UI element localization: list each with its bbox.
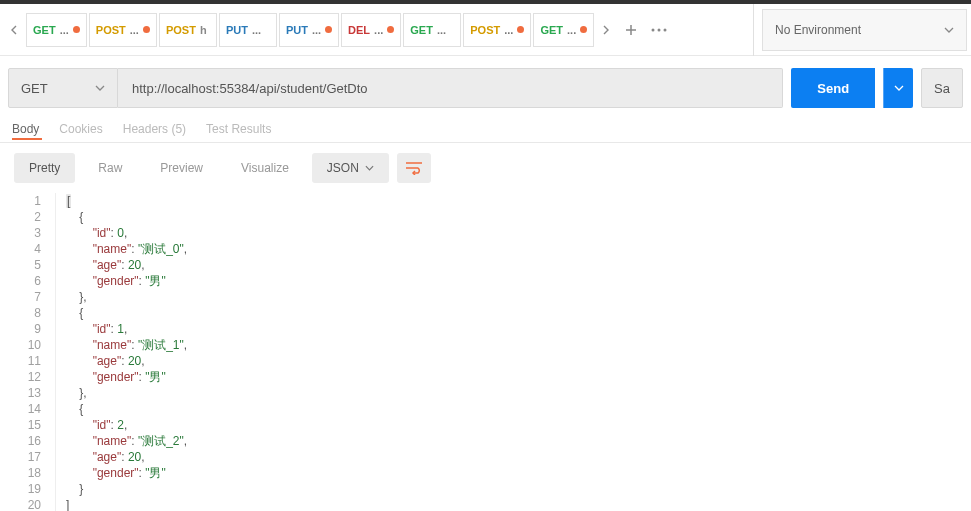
tab-suffix: ...: [567, 24, 576, 36]
environment-region: No Environment: [753, 4, 971, 56]
line-number: 11: [0, 353, 41, 369]
line-number: 16: [0, 433, 41, 449]
request-tab[interactable]: GET...: [533, 13, 594, 47]
sub-tab-body[interactable]: Body: [12, 122, 39, 136]
svg-point-2: [664, 28, 667, 31]
svg-point-0: [652, 28, 655, 31]
sub-tab-test-results[interactable]: Test Results: [206, 122, 271, 136]
code-line: "id": 2,: [66, 417, 187, 433]
active-tab-underline: [12, 138, 42, 140]
code-line: ]: [66, 497, 187, 511]
http-method-value: GET: [21, 81, 48, 96]
tab-suffix: h: [200, 24, 207, 36]
code-line: "gender": "男": [66, 369, 187, 385]
format-select[interactable]: JSON: [312, 153, 389, 183]
code-line: "name": "测试_1",: [66, 337, 187, 353]
tabs-next-arrow[interactable]: [596, 13, 616, 47]
tab-method: PUT: [226, 24, 248, 36]
request-tab[interactable]: POST...: [89, 13, 157, 47]
wrap-icon: [405, 161, 423, 175]
unsaved-dot-icon: [580, 26, 587, 33]
tab-method: GET: [33, 24, 56, 36]
tabs-region: GET...POST...POSThPUT...PUT...DEL...GET.…: [0, 13, 753, 47]
line-number: 8: [0, 305, 41, 321]
code-line: "age": 20,: [66, 353, 187, 369]
line-number: 9: [0, 321, 41, 337]
line-number: 5: [0, 257, 41, 273]
line-number: 6: [0, 273, 41, 289]
code-line: },: [66, 385, 187, 401]
http-method-select[interactable]: GET: [8, 68, 118, 108]
tab-method: GET: [540, 24, 563, 36]
new-tab-button[interactable]: [618, 13, 644, 47]
line-number: 18: [0, 465, 41, 481]
save-button[interactable]: Sa: [921, 68, 963, 108]
code-line: {: [66, 305, 187, 321]
format-value: JSON: [327, 161, 359, 175]
line-number: 19: [0, 481, 41, 497]
unsaved-dot-icon: [143, 26, 150, 33]
response-sub-tabs: Body Cookies Headers (5) Test Results: [0, 120, 971, 138]
chevron-down-icon: [944, 27, 954, 33]
tab-suffix: ...: [252, 24, 261, 36]
tab-method: PUT: [286, 24, 308, 36]
code-line: "age": 20,: [66, 257, 187, 273]
code-line: "id": 0,: [66, 225, 187, 241]
view-bar: Pretty Raw Preview Visualize JSON: [0, 143, 971, 193]
request-tab[interactable]: PUT...: [219, 13, 277, 47]
send-button[interactable]: Send: [791, 68, 875, 108]
tab-method: POST: [166, 24, 196, 36]
request-tab[interactable]: GET...: [403, 13, 461, 47]
line-number: 10: [0, 337, 41, 353]
request-tab[interactable]: PUT...: [279, 13, 339, 47]
tab-suffix: ...: [130, 24, 139, 36]
environment-select[interactable]: No Environment: [762, 9, 967, 51]
tabs-prev-arrow[interactable]: [4, 13, 24, 47]
code-line: "gender": "男": [66, 273, 187, 289]
code-line: "id": 1,: [66, 321, 187, 337]
code-line: [: [66, 193, 187, 209]
tab-suffix: ...: [504, 24, 513, 36]
line-number: 3: [0, 225, 41, 241]
unsaved-dot-icon: [325, 26, 332, 33]
svg-point-1: [658, 28, 661, 31]
unsaved-dot-icon: [517, 26, 524, 33]
line-number: 15: [0, 417, 41, 433]
unsaved-dot-icon: [387, 26, 394, 33]
view-visualize-button[interactable]: Visualize: [226, 153, 304, 183]
environment-label: No Environment: [775, 23, 861, 37]
tab-method: POST: [96, 24, 126, 36]
sub-tab-headers[interactable]: Headers (5): [123, 122, 186, 136]
tab-suffix: ...: [312, 24, 321, 36]
request-tab[interactable]: POST...: [463, 13, 531, 47]
tab-method: DEL: [348, 24, 370, 36]
code-line: "gender": "男": [66, 465, 187, 481]
chevron-down-icon: [95, 85, 105, 91]
response-body-code-view: 1234567891011121314151617181920 [ { "id"…: [0, 193, 971, 511]
header-row: GET...POST...POSThPUT...PUT...DEL...GET.…: [0, 4, 971, 56]
request-tab[interactable]: GET...: [26, 13, 87, 47]
code-content[interactable]: [ { "id": 0, "name": "测试_0", "age": 20, …: [56, 193, 187, 511]
view-pretty-button[interactable]: Pretty: [14, 153, 75, 183]
code-line: {: [66, 401, 187, 417]
tabs-more-button[interactable]: [646, 13, 672, 47]
tab-method: GET: [410, 24, 433, 36]
line-number: 4: [0, 241, 41, 257]
send-dropdown-button[interactable]: [883, 68, 913, 108]
request-row: GET Send Sa: [0, 56, 971, 120]
request-tab[interactable]: DEL...: [341, 13, 401, 47]
tab-suffix: ...: [60, 24, 69, 36]
line-number: 20: [0, 497, 41, 511]
wrap-lines-button[interactable]: [397, 153, 431, 183]
code-line: }: [66, 481, 187, 497]
view-raw-button[interactable]: Raw: [83, 153, 137, 183]
request-tab[interactable]: POSTh: [159, 13, 217, 47]
line-number: 13: [0, 385, 41, 401]
tab-suffix: ...: [374, 24, 383, 36]
view-preview-button[interactable]: Preview: [145, 153, 218, 183]
code-line: "age": 20,: [66, 449, 187, 465]
sub-tab-cookies[interactable]: Cookies: [59, 122, 102, 136]
code-line: "name": "测试_0",: [66, 241, 187, 257]
url-input[interactable]: [118, 68, 783, 108]
line-number: 12: [0, 369, 41, 385]
